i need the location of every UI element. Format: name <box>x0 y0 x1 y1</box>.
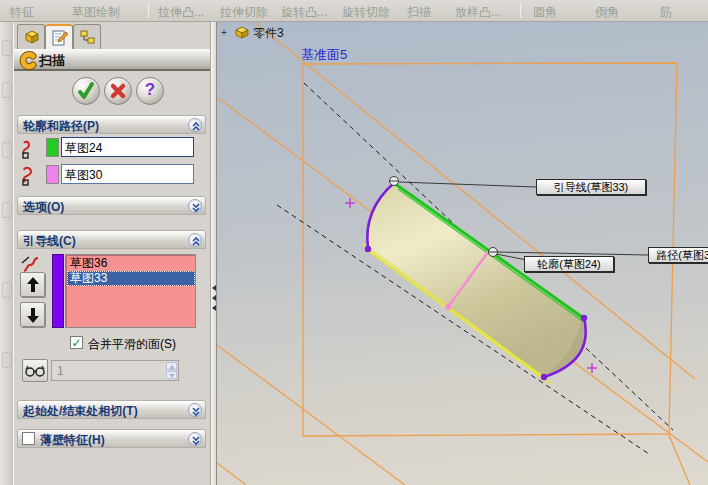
left-toolbar-strip <box>0 22 14 485</box>
property-manager-icon <box>51 30 68 46</box>
configuration-manager-icon <box>79 29 96 45</box>
section-header-tangency[interactable]: 起始处/结束处相切(T) <box>17 400 206 419</box>
expand-chevron-icon[interactable] <box>188 432 202 446</box>
guide-curve-list[interactable]: 草图36 草图33 <box>65 254 196 328</box>
profile-value: 草图24 <box>65 140 102 157</box>
section-number-field: 1 <box>51 360 179 381</box>
move-up-button[interactable] <box>20 272 45 297</box>
up-arrow-icon <box>26 276 40 294</box>
toolbar-item-loft-boss[interactable]: 放样凸... <box>455 4 501 21</box>
application-window: 特征 草图绘制 拉伸凸... 拉伸切除 旋转凸... 旋转切除 扫描 放样凸..… <box>0 0 708 485</box>
guide-curve-color-bar <box>52 254 64 328</box>
tree-expand-glyph[interactable]: + <box>221 27 227 38</box>
number-spinner[interactable] <box>166 362 177 379</box>
merge-faces-checkbox[interactable]: ✓ <box>70 336 83 349</box>
toolbar-separator <box>148 3 149 18</box>
section-label: 轮廓和路径(P) <box>23 118 99 135</box>
section-label: 引导线(C) <box>23 233 76 250</box>
path-endpoint <box>445 304 451 310</box>
thin-feature-checkbox[interactable] <box>22 432 35 445</box>
path-sketch-icon <box>20 165 40 187</box>
section-number-value: 1 <box>57 364 64 378</box>
profile-selection-field[interactable]: 草图24 <box>61 137 194 157</box>
ok-button[interactable] <box>72 77 100 105</box>
toolbar-item-revolve-cut[interactable]: 旋转切除 <box>342 4 390 21</box>
path-value: 草图30 <box>65 167 102 184</box>
toolbar-item-fillet[interactable]: 圆角 <box>533 4 557 21</box>
callout-path[interactable]: 路径(草图30) <box>648 247 708 263</box>
property-manager-panel: 扫描 ? 轮廓和路径(P) <box>14 22 210 485</box>
merge-faces-label: 合并平滑的面(S) <box>88 336 176 353</box>
toolbar-item-sketch[interactable]: 草图绘制 <box>72 4 120 21</box>
profile-color-swatch <box>46 138 59 157</box>
toolbar-separator <box>520 3 521 18</box>
tab-configuration-manager[interactable] <box>73 24 101 49</box>
features-toolbar: 特征 草图绘制 拉伸凸... 拉伸切除 旋转凸... 旋转切除 扫描 放样凸..… <box>0 0 708 22</box>
toolbar-item-chamfer[interactable]: 倒角 <box>595 4 619 21</box>
toolbar-item-rib[interactable]: 筋 <box>660 4 672 21</box>
path-selection-field[interactable]: 草图30 <box>61 164 194 184</box>
tab-feature-manager[interactable] <box>17 24 45 49</box>
cancel-x-icon <box>105 78 131 104</box>
down-arrow-icon <box>26 306 40 324</box>
guide-curve-list-item-selected[interactable]: 草图33 <box>67 271 195 286</box>
panel-title: 扫描 <box>39 52 65 70</box>
profile-sketch-icon <box>20 138 40 160</box>
model-canvas[interactable] <box>217 22 708 485</box>
callout-guide-curve[interactable]: 引导线(草图33) <box>536 179 646 195</box>
guide-curve-list-item[interactable]: 草图36 <box>67 256 195 271</box>
help-button[interactable]: ? <box>136 77 164 105</box>
toolbar-item-sweep[interactable]: 扫描 <box>407 4 431 21</box>
cancel-button[interactable] <box>104 77 132 105</box>
section-header-thin-feature[interactable]: 薄壁特征(H) <box>17 429 206 448</box>
part-icon <box>233 24 251 40</box>
section-header-options[interactable]: 选项(O) <box>17 196 206 215</box>
toolbar-item-revolve-boss[interactable]: 旋转凸... <box>281 4 327 21</box>
section-label: 选项(O) <box>23 199 64 216</box>
section-header-guide-curves[interactable]: 引导线(C) <box>17 230 206 249</box>
panel-title-bar: 扫描 <box>14 49 210 71</box>
toolbar-item-features[interactable]: 特征 <box>10 4 34 21</box>
show-sections-button[interactable] <box>22 359 48 382</box>
feature-manager-icon <box>23 29 40 45</box>
callout-profile[interactable]: 轮廓(草图24) <box>524 256 614 272</box>
section-label: 薄壁特征(H) <box>40 432 105 449</box>
expand-chevron-icon[interactable] <box>188 199 202 213</box>
panel-splitter[interactable] <box>210 22 217 485</box>
collapse-chevron-icon[interactable] <box>188 118 202 132</box>
section-label: 起始处/结束处相切(T) <box>23 403 138 420</box>
part-name-label[interactable]: 零件3 <box>253 25 284 42</box>
toolbar-item-extrude-cut[interactable]: 拉伸切除 <box>220 4 268 21</box>
datum-plane-label[interactable]: 基准面5 <box>301 46 347 64</box>
sweep-icon <box>18 51 38 70</box>
expand-chevron-icon[interactable] <box>188 403 202 417</box>
move-down-button[interactable] <box>20 302 45 327</box>
graphics-viewport[interactable]: + 零件3 基准面5 引导线(草图33) 路径(草图30) 轮廓(草图24) <box>217 22 708 485</box>
section-header-profile-path[interactable]: 轮廓和路径(P) <box>17 115 206 134</box>
help-question-glyph: ? <box>137 80 163 100</box>
ok-check-icon <box>73 78 99 104</box>
glasses-icon <box>23 360 47 381</box>
collapse-chevron-icon[interactable] <box>188 233 202 247</box>
path-color-swatch <box>46 165 59 184</box>
toolbar-item-extrude-boss[interactable]: 拉伸凸... <box>158 4 204 21</box>
tab-property-manager[interactable] <box>45 24 73 49</box>
sweep-preview-body[interactable] <box>367 183 584 376</box>
commit-buttons-row: ? <box>14 74 210 110</box>
